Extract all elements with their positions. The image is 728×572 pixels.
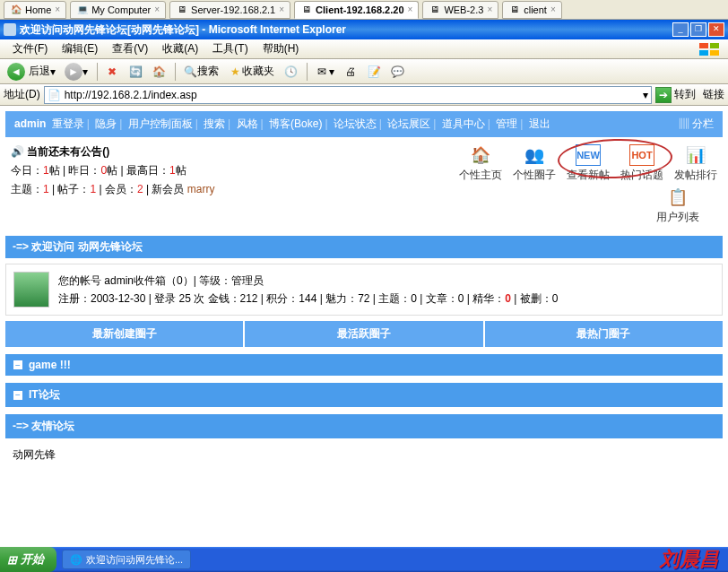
history-button[interactable]: 🕓 [280, 63, 301, 81]
stop-button[interactable]: ✖ [101, 63, 123, 81]
announcement-text: 当前还未有公告() [27, 145, 109, 158]
list-icon: 📋 [663, 186, 692, 208]
welcome-box: 您的帐号 admin收件箱（0）| 等级：管理员 注册：2003-12-30 |… [5, 264, 723, 316]
ie-window: 欢迎访问动网先锋论坛[动网先锋论坛] - Microsoft Internet … [0, 20, 728, 565]
close-icon[interactable]: × [408, 4, 413, 14]
windows-flag-icon: ⊞ [7, 553, 17, 567]
forum-friends[interactable]: -=> 友情论坛 [5, 414, 723, 438]
link-logout[interactable]: 退出 [529, 117, 550, 130]
link-search[interactable]: 搜索 [204, 117, 225, 130]
forward-button[interactable]: ► ▾ [61, 61, 91, 82]
collapse-icon[interactable]: − [13, 390, 23, 401]
stats-line: 注册：2003-12-30 | 登录 25 次 金钱：212 | 积分：144 … [58, 290, 715, 308]
menu-bar: 文件(F) 编辑(E) 查看(V) 收藏(A) 工具(T) 帮助(H) [0, 39, 728, 59]
tab-client-active[interactable]: 🖥Client-192.168.2.20× [294, 1, 419, 19]
menu-favorites[interactable]: 收藏(A) [155, 39, 205, 58]
new-icon: NEW [576, 144, 601, 166]
speaker-icon: 🔊 [11, 145, 24, 158]
history-icon: 🕓 [283, 65, 298, 79]
start-button[interactable]: ⊞开始 [0, 547, 56, 572]
tab-mycomputer[interactable]: 💻My Computer× [70, 1, 166, 19]
action-newposts[interactable]: NEW查看新帖 [567, 144, 610, 183]
circle-columns: 最新创建圈子 最活跃圈子 最热门圈子 [5, 321, 723, 347]
window-title: 欢迎访问动网先锋论坛[动网先锋论坛] - Microsoft Internet … [4, 22, 346, 38]
address-input[interactable]: 📄http://192.168.2.1/index.asp▾ [44, 86, 652, 104]
action-circle[interactable]: 👥个性圈子 [513, 144, 556, 183]
home-button[interactable]: 🏠 [148, 63, 169, 81]
favorites-button[interactable]: ★收藏夹 [224, 62, 278, 81]
svg-rect-1 [710, 43, 719, 48]
link-relogin[interactable]: 重登录 [52, 117, 84, 130]
windows-logo-icon [698, 41, 723, 57]
go-arrow-icon: ➔ [655, 87, 672, 103]
page-content: admin 重登录| 隐身| 用户控制面板| 搜索| 风格| 博客(Boke)|… [0, 106, 728, 547]
refresh-button[interactable]: 🔄 [125, 63, 146, 81]
col-newest[interactable]: 最新创建圈子 [5, 321, 245, 347]
menu-tools[interactable]: 工具(T) [205, 39, 255, 58]
svg-rect-0 [699, 43, 708, 48]
maximize-button[interactable]: ❐ [690, 22, 706, 37]
action-home[interactable]: 🏠个性主页 [459, 144, 502, 183]
col-active[interactable]: 最活跃圈子 [245, 321, 484, 347]
links-label[interactable]: 链接 [703, 87, 724, 102]
home-icon: 🏠 [10, 4, 22, 16]
star-icon: ★ [228, 65, 242, 79]
web-icon: 🖥 [429, 4, 441, 16]
menu-help[interactable]: 帮助(H) [256, 39, 307, 58]
forum-it[interactable]: −IT论坛 [5, 383, 723, 407]
print-button[interactable]: 🖨 [340, 63, 361, 81]
friends-link[interactable]: 动网先锋 [5, 438, 723, 472]
current-user: admin [14, 117, 46, 130]
link-blog[interactable]: 博客(Boke) [269, 117, 322, 130]
house-icon: 🏠 [466, 144, 495, 166]
menu-file[interactable]: 文件(F) [5, 39, 55, 58]
action-hot[interactable]: HOT热门话题 [620, 144, 663, 183]
link-manage[interactable]: 管理 [496, 117, 517, 130]
link-status[interactable]: 论坛状态 [334, 117, 377, 130]
close-icon[interactable]: × [487, 4, 492, 14]
discuss-button[interactable]: 💬 [386, 63, 408, 81]
mail-icon: ✉ [315, 65, 329, 79]
chevron-down-icon[interactable]: ▾ [643, 89, 648, 101]
minimize-button[interactable]: _ [672, 22, 689, 37]
action-userlist[interactable]: 📋用户列表 [656, 186, 699, 225]
menu-view[interactable]: 查看(V) [105, 39, 155, 58]
toolbar: ◄后退 ▾ ► ▾ ✖ 🔄 🏠 🔍搜索 ★收藏夹 🕓 ✉▾ 🖨 📝 💬 [0, 59, 728, 84]
col-hot[interactable]: 最热门圈子 [485, 321, 723, 347]
tab-client2[interactable]: 🖥client× [502, 1, 562, 19]
link-panel[interactable]: 用户控制面板 [128, 117, 193, 130]
collapse-icon[interactable]: − [13, 360, 23, 370]
title-bar: 欢迎访问动网先锋论坛[动网先锋论坛] - Microsoft Internet … [0, 20, 728, 39]
menu-edit[interactable]: 编辑(E) [55, 39, 105, 58]
close-icon[interactable]: × [55, 4, 60, 14]
forum-game[interactable]: −game !!! [5, 354, 723, 376]
home-icon: 🏠 [152, 65, 166, 79]
new-member-link[interactable]: marry [187, 183, 215, 195]
tab-web[interactable]: 🖥WEB-2.3× [422, 1, 498, 19]
edit-button[interactable]: 📝 [363, 63, 385, 81]
mail-button[interactable]: ✉▾ [311, 63, 338, 81]
link-style[interactable]: 风格 [237, 117, 258, 130]
client-icon: 🖥 [508, 4, 521, 16]
tab-server[interactable]: 🖥Server-192.168.2.1× [169, 1, 290, 19]
go-button[interactable]: ➔转到 [655, 87, 696, 103]
split-columns-button[interactable]: ▥ 分栏 [679, 117, 714, 132]
close-icon[interactable]: × [279, 4, 284, 14]
forum-navbar: admin 重登录| 隐身| 用户控制面板| 搜索| 风格| 博客(Boke)|… [5, 111, 723, 137]
link-zone[interactable]: 论坛展区 [387, 117, 430, 130]
search-icon: 🔍 [183, 65, 197, 79]
close-icon[interactable]: × [154, 4, 160, 14]
svg-rect-3 [710, 50, 719, 56]
close-button[interactable]: ✕ [708, 22, 724, 37]
action-rank[interactable]: 📊发帖排行 [674, 144, 717, 183]
stats-line2: 主题：1 | 帖子：1 | 会员：2 | 新会员 marry [11, 182, 214, 197]
tab-home[interactable]: 🏠Home× [4, 1, 66, 19]
link-hide[interactable]: 隐身 [95, 117, 117, 130]
close-icon[interactable]: × [550, 4, 556, 14]
hot-icon: HOT [629, 144, 654, 166]
back-button[interactable]: ◄后退 ▾ [4, 61, 59, 82]
address-label: 地址(D) [4, 87, 40, 102]
link-props[interactable]: 道具中心 [442, 117, 485, 130]
taskbar-item-ie[interactable]: 🌐欢迎访问动网先锋论... [62, 550, 191, 569]
search-button[interactable]: 🔍搜索 [179, 62, 222, 81]
